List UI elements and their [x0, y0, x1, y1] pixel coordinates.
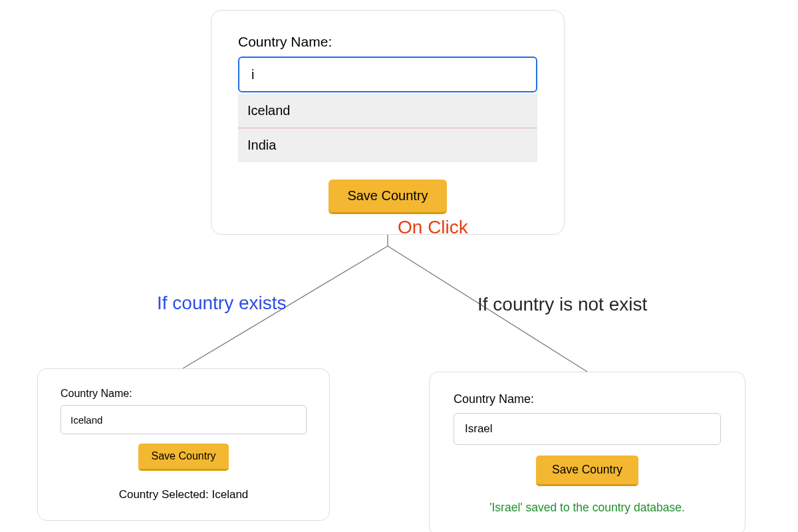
country-name-label: Country Name:: [454, 392, 721, 406]
country-form-exists: Country Name: Save Country Country Selec…: [37, 368, 330, 521]
save-country-button[interactable]: Save Country: [138, 444, 229, 471]
country-name-label: Country Name:: [61, 388, 307, 400]
autocomplete-item[interactable]: Iceland: [238, 94, 537, 128]
branch-exists-label: If country exists: [157, 293, 287, 314]
country-selected-message: Country Selected: Iceland: [61, 488, 307, 501]
country-name-input[interactable]: [61, 405, 307, 434]
autocomplete-list: Iceland India: [238, 94, 537, 162]
save-country-button[interactable]: Save Country: [536, 456, 638, 486]
country-name-input[interactable]: [238, 57, 537, 92]
country-saved-message: 'Israel' saved to the country database.: [454, 501, 721, 515]
save-country-button[interactable]: Save Country: [329, 180, 446, 214]
country-form-not-exists: Country Name: Save Country 'Israel' save…: [429, 372, 745, 532]
country-name-input[interactable]: [454, 413, 721, 445]
country-name-label: Country Name:: [238, 34, 537, 50]
country-form-initial: Country Name: Iceland India Save Country: [211, 10, 565, 235]
on-click-label: On Click: [398, 217, 468, 238]
autocomplete-item[interactable]: India: [238, 128, 537, 162]
branch-not-exists-label: If country is not exist: [477, 294, 647, 315]
